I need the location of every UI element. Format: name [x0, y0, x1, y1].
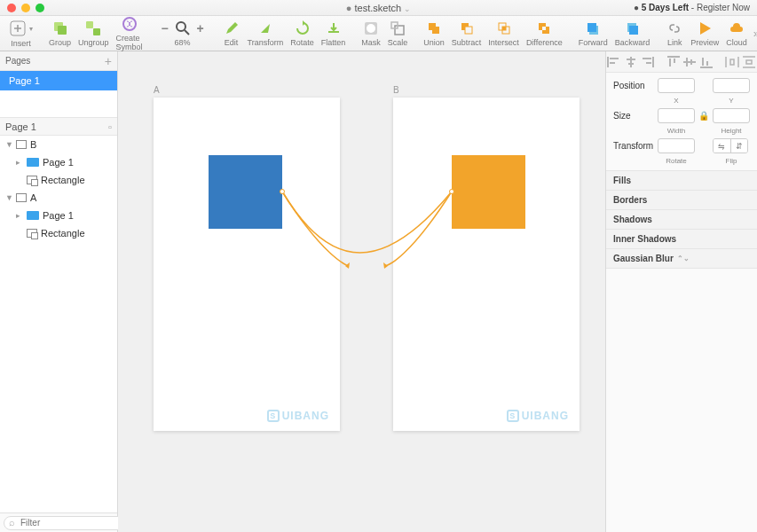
rectangle-shape[interactable]: [209, 155, 282, 229]
union-icon: [425, 20, 443, 37]
artboard-layer[interactable]: ▼ A: [0, 189, 117, 207]
difference-button[interactable]: Difference: [526, 20, 563, 47]
backward-button[interactable]: Backward: [615, 20, 651, 47]
svg-point-6: [177, 22, 185, 31]
edit-button[interactable]: Edit: [223, 20, 241, 47]
group-icon: [51, 20, 69, 37]
selection-handle[interactable]: [280, 189, 285, 194]
inspector-panel: Position XY Size 🔒 WidthHeight Transform…: [606, 51, 757, 532]
watermark: SUIBANG: [507, 410, 569, 422]
play-icon: [696, 20, 714, 37]
gaussian-blur-section[interactable]: Gaussian Blur⌃⌄: [606, 249, 757, 269]
align-top-icon[interactable]: [666, 56, 681, 68]
current-page-header[interactable]: Page 1 ▫: [0, 118, 117, 136]
create-symbol-button[interactable]: Create Symbol: [116, 15, 143, 51]
align-right-icon[interactable]: [640, 56, 654, 68]
rotate-button[interactable]: Rotate: [290, 20, 314, 47]
canvas[interactable]: A SUIBANG B SUIBANG: [118, 51, 606, 532]
insert-button[interactable]: ▾ Insert: [9, 19, 33, 48]
rotate-icon: [294, 20, 311, 37]
align-hcenter-icon[interactable]: [624, 56, 638, 68]
cloud-icon: [728, 20, 745, 37]
artboard-b[interactable]: B SUIBANG: [393, 98, 580, 431]
svg-rect-9: [395, 26, 404, 35]
ungroup-button[interactable]: Ungroup: [78, 20, 109, 47]
symbol-icon: [121, 15, 138, 33]
artboard-label: B: [393, 85, 399, 95]
svg-rect-14: [502, 27, 506, 30]
distribute-v-icon[interactable]: [742, 56, 756, 68]
ungroup-icon: [84, 20, 102, 37]
intersect-button[interactable]: Intersect: [488, 20, 519, 47]
forward-button[interactable]: Forward: [579, 20, 608, 47]
svg-point-8: [367, 24, 375, 33]
watermark: SUIBANG: [267, 410, 329, 422]
group-button[interactable]: Group: [49, 20, 71, 47]
trial-status[interactable]: ● 5 Days Left - Register Now: [634, 3, 750, 12]
page-layer[interactable]: ▸ Page 1: [0, 153, 117, 171]
cloud-button[interactable]: Cloud: [726, 20, 747, 47]
rotate-input[interactable]: [658, 138, 695, 153]
inner-shadows-section[interactable]: Inner Shadows: [606, 230, 757, 249]
distribute-h-icon[interactable]: [725, 56, 739, 68]
subtract-icon: [458, 20, 476, 37]
alignment-row: [606, 51, 757, 73]
svg-rect-16: [587, 23, 596, 32]
flatten-button[interactable]: Flatten: [321, 20, 346, 47]
magnifier-icon: [174, 20, 192, 37]
width-input[interactable]: [658, 108, 695, 123]
subtract-button[interactable]: Subtract: [452, 20, 482, 47]
x-input[interactable]: [658, 78, 695, 93]
forward-icon: [584, 20, 602, 37]
geometry-section: Position XY Size 🔒 WidthHeight Transform…: [606, 73, 757, 171]
y-input[interactable]: [713, 78, 750, 93]
shape-layer[interactable]: Rectangle: [0, 224, 117, 242]
flatten-icon: [325, 20, 343, 37]
plus-icon: [9, 20, 27, 37]
link-icon: [666, 20, 683, 37]
zoom-in-button[interactable]: +: [194, 21, 207, 35]
svg-rect-2: [58, 26, 67, 35]
scale-button[interactable]: Scale: [388, 20, 408, 47]
svg-rect-3: [86, 21, 93, 28]
align-left-icon[interactable]: [607, 56, 621, 68]
height-input[interactable]: [713, 108, 750, 123]
selection-handle[interactable]: [449, 189, 454, 194]
toolbar-overflow-button[interactable]: »: [753, 27, 757, 40]
svg-rect-18: [629, 26, 638, 35]
link-button[interactable]: Link: [666, 20, 683, 47]
zoom-control[interactable]: − + 68%: [159, 20, 207, 47]
union-button[interactable]: Union: [423, 20, 445, 47]
transform-icon: [256, 20, 274, 37]
mask-button[interactable]: Mask: [361, 20, 381, 47]
flip-control[interactable]: ⇋⇵: [713, 138, 748, 153]
toolbar: ▾ Insert Group Ungroup Create Symbol − +…: [0, 16, 757, 51]
artboard-layer[interactable]: ▼ B: [0, 136, 117, 153]
page-row[interactable]: Page 1: [0, 71, 117, 90]
filter-bar: [0, 512, 117, 532]
align-vcenter-icon[interactable]: [682, 56, 697, 68]
layers-panel: Pages + Page 1 Page 1 ▫ ▼ B ▸ Page 1 Rec…: [0, 51, 118, 532]
artboard-list-icon[interactable]: ▫: [108, 121, 112, 132]
mask-icon: [362, 20, 380, 37]
preview-button[interactable]: Preview: [690, 20, 719, 47]
page-layer[interactable]: ▸ Page 1: [0, 207, 117, 224]
shadows-section[interactable]: Shadows: [606, 210, 757, 230]
add-page-button[interactable]: +: [105, 54, 112, 68]
transform-button[interactable]: Transform: [248, 20, 284, 47]
zoom-out-button[interactable]: −: [159, 21, 171, 35]
transform-label: Transform: [613, 141, 654, 151]
position-label: Position: [613, 81, 654, 90]
fills-section[interactable]: Fills: [606, 171, 757, 191]
size-label: Size: [613, 111, 654, 121]
titlebar: ● test.sketch ⌄ ● 5 Days Left - Register…: [0, 0, 757, 16]
align-bottom-icon[interactable]: [699, 56, 714, 68]
rectangle-shape[interactable]: [452, 155, 525, 229]
difference-icon: [535, 20, 553, 37]
artboard-a[interactable]: A SUIBANG: [154, 98, 340, 431]
svg-rect-4: [93, 28, 100, 35]
borders-section[interactable]: Borders: [606, 191, 757, 210]
shape-layer[interactable]: Rectangle: [0, 171, 117, 189]
pages-header: Pages +: [0, 51, 117, 71]
lock-aspect-icon[interactable]: 🔒: [698, 111, 709, 121]
